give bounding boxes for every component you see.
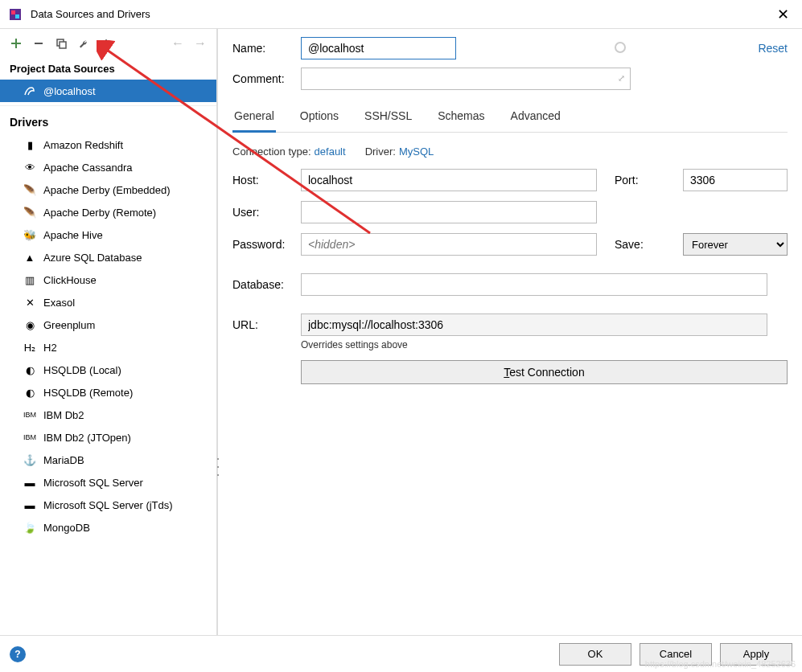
svg-rect-1 bbox=[11, 10, 15, 14]
driver-item[interactable]: IBMIBM Db2 (JTOpen) bbox=[0, 426, 216, 449]
save-select[interactable]: Forever bbox=[683, 233, 788, 256]
driver-item[interactable]: ⚓MariaDB bbox=[0, 449, 216, 471]
database-input[interactable] bbox=[301, 273, 767, 296]
driver-item[interactable]: 🐝Apache Hive bbox=[0, 223, 216, 246]
driver-item[interactable]: ▥ClickHouse bbox=[0, 268, 216, 291]
svg-rect-2 bbox=[15, 14, 19, 18]
copy-icon[interactable] bbox=[51, 34, 71, 53]
driver-icon: ✕ bbox=[23, 295, 37, 309]
watermark: https://blog.csdn.net/weixin_48252636 bbox=[645, 659, 796, 669]
wrench-icon[interactable] bbox=[74, 34, 93, 53]
tab-advanced[interactable]: Advanced bbox=[509, 103, 562, 132]
drivers-list: ▮Amazon Redshift 👁Apache Cassandra 🪶Apac… bbox=[0, 133, 216, 640]
drivers-header: Drivers bbox=[0, 106, 216, 133]
tab-schemas[interactable]: Schemas bbox=[436, 103, 486, 132]
remove-icon[interactable] bbox=[29, 34, 48, 53]
driver-icon: ◐ bbox=[23, 385, 37, 400]
driver-item[interactable]: 👁Apache Cassandra bbox=[0, 156, 216, 178]
connection-type-link[interactable]: default bbox=[315, 145, 346, 158]
driver-icon: ▥ bbox=[23, 272, 37, 287]
expand-icon[interactable]: ⤢ bbox=[618, 73, 625, 84]
driver-link[interactable]: MySQL bbox=[399, 145, 434, 158]
driver-icon: ▬ bbox=[23, 475, 37, 490]
database-label: Database: bbox=[232, 278, 301, 291]
driver-icon: H₂ bbox=[23, 340, 37, 354]
port-input[interactable] bbox=[683, 169, 788, 191]
driver-icon: 🪶 bbox=[23, 182, 37, 197]
back-icon[interactable]: ← bbox=[168, 34, 187, 53]
driver-item[interactable]: IBMIBM Db2 bbox=[0, 404, 216, 426]
driver-icon: ▲ bbox=[23, 250, 37, 264]
driver-icon: IBM bbox=[23, 408, 37, 422]
password-input[interactable] bbox=[301, 233, 597, 256]
color-chooser-icon[interactable] bbox=[615, 42, 626, 53]
test-connection-button[interactable]: Test Connection bbox=[301, 360, 788, 384]
connection-type-label: Connection type: bbox=[232, 145, 311, 158]
add-icon[interactable] bbox=[6, 34, 26, 53]
driver-item[interactable]: ◐HSQLDB (Remote) bbox=[0, 381, 216, 404]
user-input[interactable] bbox=[301, 201, 597, 223]
import-icon[interactable] bbox=[97, 34, 116, 53]
tab-options[interactable]: Options bbox=[298, 103, 340, 132]
driver-icon: 🐝 bbox=[23, 227, 37, 242]
splitter[interactable] bbox=[217, 29, 218, 640]
tab-bar: General Options SSH/SSL Schemas Advanced bbox=[232, 103, 788, 133]
sidebar: ← → Project Data Sources @localhost Driv… bbox=[0, 29, 217, 640]
driver-item[interactable]: 🪶Apache Derby (Remote) bbox=[0, 201, 216, 223]
ok-button[interactable]: OK bbox=[559, 643, 631, 666]
content-pane: Name: Reset Comment: ⤢ General Options S… bbox=[218, 29, 802, 640]
host-input[interactable] bbox=[301, 169, 597, 191]
driver-item[interactable]: H₂H2 bbox=[0, 336, 216, 359]
help-icon[interactable]: ? bbox=[10, 646, 26, 662]
driver-icon: ◐ bbox=[23, 363, 37, 377]
app-icon bbox=[8, 7, 23, 22]
reset-link[interactable]: Reset bbox=[758, 42, 788, 55]
titlebar: Data Sources and Drivers ✕ bbox=[0, 0, 802, 29]
port-label: Port: bbox=[615, 174, 683, 186]
driver-item[interactable]: ▮Amazon Redshift bbox=[0, 133, 216, 156]
comment-label: Comment: bbox=[232, 72, 301, 85]
tab-general[interactable]: General bbox=[232, 103, 276, 133]
comment-input[interactable]: ⤢ bbox=[301, 68, 631, 90]
driver-item[interactable]: ◉Greenplum bbox=[0, 313, 216, 336]
save-label: Save: bbox=[615, 238, 683, 251]
host-label: Host: bbox=[232, 174, 301, 186]
driver-item[interactable]: ◐HSQLDB (Local) bbox=[0, 359, 216, 381]
url-input[interactable] bbox=[301, 313, 767, 336]
tab-ssh-ssl[interactable]: SSH/SSL bbox=[363, 103, 413, 132]
url-label: URL: bbox=[232, 318, 301, 331]
forward-icon[interactable]: → bbox=[191, 34, 210, 53]
driver-icon: ▮ bbox=[23, 137, 37, 152]
driver-icon: 👁 bbox=[23, 160, 37, 174]
driver-item[interactable]: ▬Microsoft SQL Server bbox=[0, 471, 216, 494]
datasource-label: @localhost bbox=[43, 85, 96, 97]
driver-icon: IBM bbox=[23, 430, 37, 445]
name-input[interactable] bbox=[301, 37, 456, 59]
driver-item[interactable]: ▬Microsoft SQL Server (jTds) bbox=[0, 494, 216, 516]
project-data-sources-header: Project Data Sources bbox=[0, 58, 216, 80]
sidebar-toolbar: ← → bbox=[0, 29, 216, 58]
url-note: Overrides settings above bbox=[301, 339, 788, 350]
driver-item[interactable]: ▲Azure SQL Database bbox=[0, 246, 216, 268]
name-label: Name: bbox=[232, 42, 301, 55]
svg-rect-4 bbox=[60, 42, 66, 48]
driver-icon: ⚓ bbox=[23, 453, 37, 467]
driver-icon: 🍃 bbox=[23, 520, 37, 535]
driver-icon: ▬ bbox=[23, 498, 37, 512]
driver-label: Driver: bbox=[365, 145, 396, 158]
driver-item[interactable]: 🍃MongoDB bbox=[0, 516, 216, 539]
driver-icon: 🪶 bbox=[23, 205, 37, 219]
datasource-item-localhost[interactable]: @localhost bbox=[0, 80, 216, 102]
mysql-icon bbox=[23, 84, 37, 98]
driver-item[interactable]: 🪶Apache Derby (Embedded) bbox=[0, 178, 216, 201]
user-label: User: bbox=[232, 206, 301, 219]
driver-item[interactable]: ✕Exasol bbox=[0, 291, 216, 313]
driver-icon: ◉ bbox=[23, 318, 37, 332]
window-title: Data Sources and Drivers bbox=[31, 8, 772, 20]
close-icon[interactable]: ✕ bbox=[772, 6, 794, 23]
password-label: Password: bbox=[232, 238, 301, 251]
